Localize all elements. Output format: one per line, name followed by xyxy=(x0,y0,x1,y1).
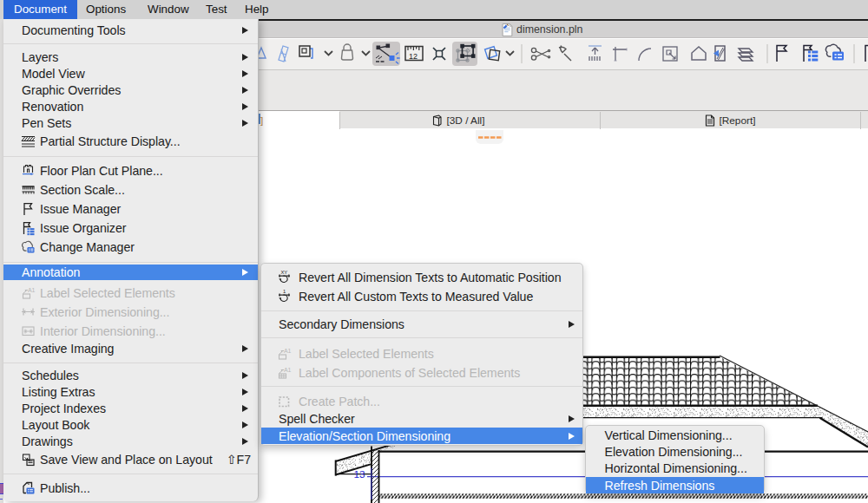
svg-text:A1: A1 xyxy=(284,367,292,373)
svg-text:13: 13 xyxy=(354,468,366,480)
svg-text:1: 1 xyxy=(283,289,286,294)
svg-text:A1: A1 xyxy=(284,348,292,354)
svg-text:12: 12 xyxy=(409,52,418,61)
svg-text:XY: XY xyxy=(280,270,287,275)
svg-text:A1: A1 xyxy=(28,286,36,292)
